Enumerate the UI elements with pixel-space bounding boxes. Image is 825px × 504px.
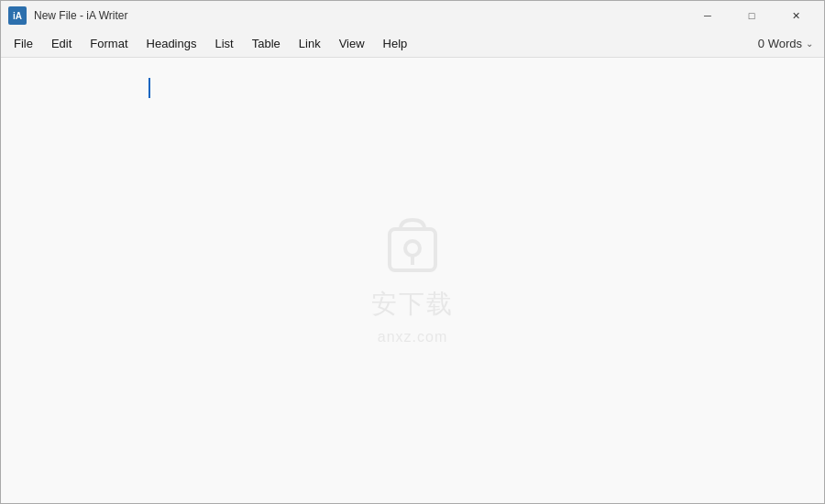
minimize-button[interactable]: ─: [687, 1, 729, 30]
titlebar-title: New File - iA Writer: [34, 9, 127, 22]
menu-format[interactable]: Format: [81, 31, 137, 57]
menu-help[interactable]: Help: [374, 31, 417, 57]
watermark-subtext: anxz.com: [378, 329, 447, 345]
svg-rect-0: [390, 229, 435, 270]
app-icon: iA: [8, 6, 27, 25]
editor-area[interactable]: 安下载 anxz.com: [1, 58, 824, 503]
menu-headings[interactable]: Headings: [138, 31, 206, 57]
menubar-right: 0 Words ⌄: [758, 37, 820, 50]
watermark-icon: [380, 215, 445, 279]
menubar: File Edit Format Headings List Table Lin…: [1, 30, 824, 58]
chevron-down-icon: ⌄: [806, 38, 813, 49]
watermark: 安下载 anxz.com: [371, 215, 454, 345]
maximize-button[interactable]: □: [731, 1, 773, 30]
titlebar-left: iA New File - iA Writer: [8, 6, 127, 25]
titlebar-controls: ─ □ ✕: [687, 1, 817, 30]
word-count-label: 0 Words: [758, 37, 802, 50]
menu-table[interactable]: Table: [243, 31, 290, 57]
svg-point-1: [405, 241, 420, 256]
menubar-items: File Edit Format Headings List Table Lin…: [5, 31, 416, 57]
menu-file[interactable]: File: [5, 31, 42, 57]
text-cursor: [148, 78, 150, 98]
menu-edit[interactable]: Edit: [42, 31, 81, 57]
menu-view[interactable]: View: [330, 31, 374, 57]
watermark-text: 安下载: [371, 287, 454, 322]
menu-list[interactable]: List: [205, 31, 242, 57]
close-button[interactable]: ✕: [775, 1, 817, 30]
word-count[interactable]: 0 Words ⌄: [758, 37, 813, 50]
menu-link[interactable]: Link: [290, 31, 330, 57]
titlebar: iA New File - iA Writer ─ □ ✕: [1, 1, 824, 30]
